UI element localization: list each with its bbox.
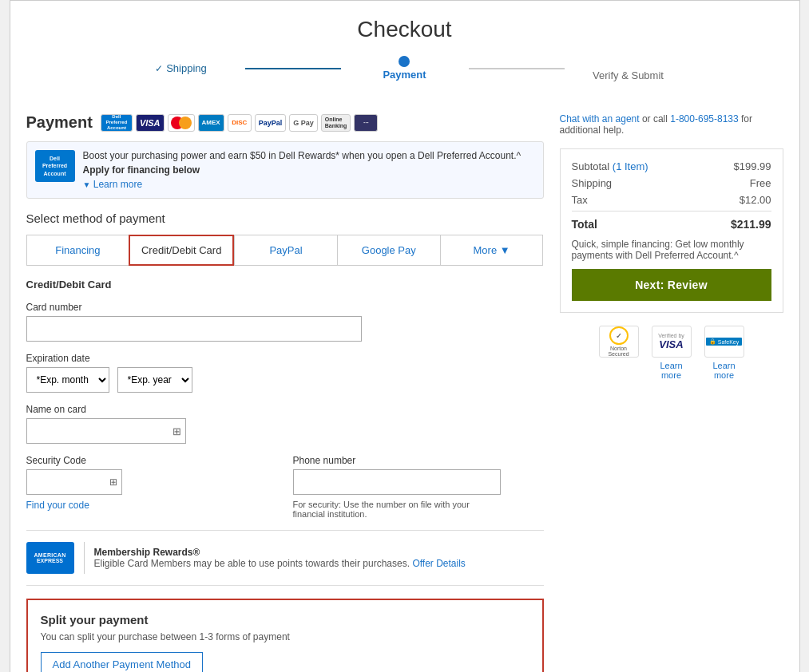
dell-learn-more-link[interactable]: Learn more bbox=[93, 179, 142, 190]
name-icon: ⊞ bbox=[173, 425, 181, 437]
order-summary: Subtotal (1 Item) $199.99 Shipping Free … bbox=[560, 148, 783, 313]
step-shipping: ✓ Shipping bbox=[117, 62, 245, 74]
step-shipping-label: Shipping bbox=[166, 62, 207, 74]
step-payment: Payment bbox=[341, 56, 469, 81]
subtotal-label: Subtotal (1 Item) bbox=[572, 160, 648, 172]
phone-input[interactable] bbox=[293, 469, 501, 495]
visa-verified-badge: Verified by VISA Learnmore bbox=[652, 326, 692, 380]
visa-verified-icon: Verified by VISA bbox=[652, 326, 692, 358]
name-group: Name on card ⊞ bbox=[26, 404, 544, 444]
security-code-input[interactable] bbox=[26, 469, 122, 495]
left-column: Payment DellPreferredAccount VISA AMEX D… bbox=[26, 113, 544, 672]
step-payment-label: Payment bbox=[383, 69, 426, 81]
amex-logo-line1: AMERICAN bbox=[34, 552, 65, 558]
shipping-value: Free bbox=[750, 177, 771, 189]
card-number-label: Card number bbox=[26, 302, 544, 313]
payment-header: Payment DellPreferredAccount VISA AMEX D… bbox=[26, 113, 544, 132]
shipping-row: Shipping Free bbox=[572, 177, 771, 189]
next-review-button[interactable]: Next: Review bbox=[572, 269, 771, 301]
tab-financing[interactable]: Financing bbox=[26, 235, 129, 266]
step-line-1 bbox=[245, 68, 341, 69]
payment-tabs: Financing Credit/Debit Card PayPal Googl… bbox=[26, 235, 544, 266]
expiry-selects: *Exp. month 01020304 05060708 09101112 *… bbox=[26, 367, 544, 393]
norton-badge: ✓ NortonSecured bbox=[599, 326, 639, 380]
subtotal-value: $199.99 bbox=[734, 160, 771, 172]
tab-credit-debit[interactable]: Credit/Debit Card bbox=[129, 235, 234, 266]
security-icon: ⊞ bbox=[109, 476, 117, 488]
form-section-title: Credit/Debit Card bbox=[26, 279, 544, 291]
select-method-title: Select method of payment bbox=[26, 211, 544, 225]
find-code-link[interactable]: Find your code bbox=[26, 500, 277, 511]
exp-year-select[interactable]: *Exp. year 2024202520262027 202820292030 bbox=[117, 367, 192, 393]
tab-google-pay[interactable]: Google Pay bbox=[337, 235, 440, 266]
exp-month-select[interactable]: *Exp. month 01020304 05060708 09101112 bbox=[26, 367, 109, 393]
tab-paypal[interactable]: PayPal bbox=[234, 235, 337, 266]
security-label: Security Code bbox=[26, 455, 277, 466]
learn-more-arrow: ▼ bbox=[83, 180, 91, 189]
membership-rewards-title: Membership Rewards® bbox=[94, 547, 466, 558]
offer-details-link[interactable]: Offer Details bbox=[412, 558, 465, 569]
membership-separator bbox=[84, 542, 85, 574]
dell-card-icon: DellPreferredAccount bbox=[101, 114, 133, 132]
membership-text-area: Membership Rewards® Eligible Card Member… bbox=[94, 547, 466, 569]
online-banking-icon: OnlineBanking bbox=[321, 114, 351, 132]
split-payment-title: Split your payment bbox=[41, 613, 529, 627]
subtotal-label-text: Subtotal bbox=[572, 160, 610, 172]
amex-logo-line2: EXPRESS bbox=[37, 558, 63, 563]
subtotal-items[interactable]: (1 Item) bbox=[613, 160, 648, 172]
security-note: For security: Use the number on file wit… bbox=[293, 500, 501, 519]
amex-card-icon: AMEX bbox=[198, 114, 224, 132]
safekey-learn-more-link[interactable]: Learnmore bbox=[712, 361, 735, 380]
tax-value: $12.00 bbox=[740, 194, 771, 206]
step-line-2 bbox=[469, 68, 565, 69]
visa-learn-more-link[interactable]: Learnmore bbox=[660, 361, 682, 380]
chat-link[interactable]: Chat with an agent bbox=[560, 113, 640, 125]
membership-description: Eligible Card Members may be able to use… bbox=[94, 558, 466, 569]
apply-text: Apply for financing below bbox=[83, 164, 200, 176]
card-icons-row: DellPreferredAccount VISA AMEX DISC PayP… bbox=[101, 114, 378, 132]
tax-label: Tax bbox=[572, 194, 588, 206]
safekey-badge: 🔒SafeKey Learnmore bbox=[704, 326, 744, 380]
checkout-steps: ✓ Shipping Payment Verify & Submit bbox=[26, 55, 783, 97]
paypal-card-icon: PayPal bbox=[255, 114, 287, 132]
discover-card-icon: DISC bbox=[228, 114, 252, 132]
name-input[interactable] bbox=[26, 418, 186, 444]
split-payment-section: Split your payment You can split your pu… bbox=[26, 599, 544, 672]
step-verify: Verify & Submit bbox=[565, 55, 692, 81]
safekey-icon: 🔒SafeKey bbox=[704, 326, 744, 358]
credit-card-form: Credit/Debit Card Card number Expiration… bbox=[26, 279, 544, 519]
main-layout: Payment DellPreferredAccount VISA AMEX D… bbox=[26, 113, 783, 672]
expiry-label: Expiration date bbox=[26, 353, 544, 364]
dell-promo-icon: DellPreferredAccount bbox=[35, 150, 75, 182]
phone-col: Phone number For security: Use the numbe… bbox=[293, 455, 544, 519]
shipping-check-icon: ✓ bbox=[155, 63, 163, 74]
page-title: Checkout bbox=[26, 17, 783, 42]
total-row: Total $211.99 bbox=[572, 211, 771, 231]
membership-section: AMERICAN EXPRESS Membership Rewards® Eli… bbox=[26, 530, 544, 586]
security-phone-row: Security Code ⊞ Find your code Phone num… bbox=[26, 455, 544, 519]
payment-circle bbox=[399, 56, 410, 67]
card-number-group: Card number bbox=[26, 302, 544, 342]
phone-number: 1-800-695-8133 bbox=[670, 113, 738, 125]
norton-icon: ✓ NortonSecured bbox=[599, 326, 639, 358]
total-value: $211.99 bbox=[731, 218, 771, 231]
gpay-card-icon: G Pay bbox=[289, 114, 318, 132]
tab-more[interactable]: More ▼ bbox=[440, 235, 544, 266]
subtotal-row: Subtotal (1 Item) $199.99 bbox=[572, 160, 771, 172]
phone-label: Phone number bbox=[293, 455, 544, 466]
promo-main-text: Boost your purchasing power and earn $50… bbox=[83, 150, 521, 161]
name-label: Name on card bbox=[26, 404, 544, 415]
add-payment-method-button[interactable]: Add Another Payment Method bbox=[41, 652, 203, 672]
step-verify-label: Verify & Submit bbox=[593, 69, 664, 81]
tax-row: Tax $12.00 bbox=[572, 194, 771, 206]
security-col: Security Code ⊞ Find your code bbox=[26, 455, 277, 519]
card-number-input[interactable] bbox=[26, 316, 362, 342]
shipping-label: Shipping bbox=[572, 177, 613, 189]
payment-section-title: Payment bbox=[26, 113, 93, 132]
more-cards-icon: ··· bbox=[354, 114, 378, 132]
expiry-group: Expiration date *Exp. month 01020304 050… bbox=[26, 353, 544, 393]
or-call-text: or call bbox=[642, 113, 670, 125]
split-payment-desc: You can split your purchase between 1-3 … bbox=[41, 631, 529, 642]
right-column: Chat with an agent or call 1-800-695-813… bbox=[560, 113, 783, 672]
membership-text-content: Eligible Card Members may be able to use… bbox=[94, 558, 410, 569]
